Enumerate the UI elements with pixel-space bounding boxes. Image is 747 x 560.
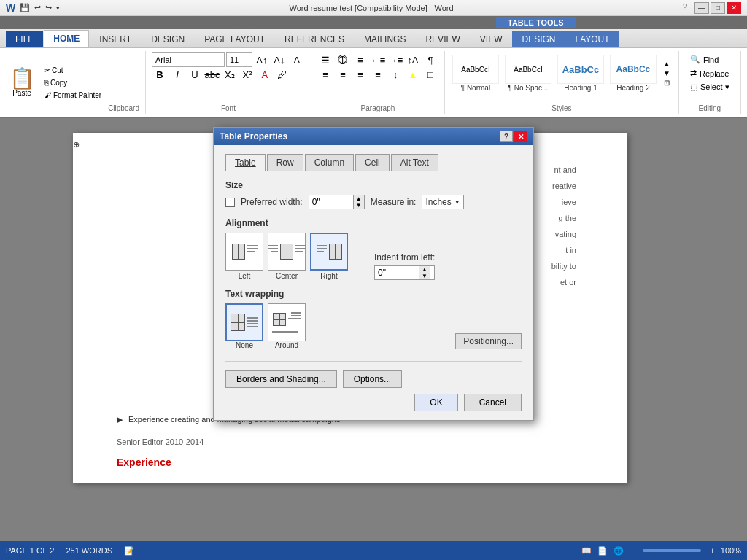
preferred-width-down[interactable]: ▼: [354, 202, 364, 209]
wrap-none-button[interactable]: [225, 303, 263, 341]
strikethrough-button[interactable]: abc: [204, 67, 220, 82]
print-layout-icon[interactable]: 📄: [597, 546, 608, 556]
paste-button[interactable]: 📋 Paste: [6, 52, 38, 112]
styles-more[interactable]: ⊡: [661, 79, 673, 87]
underline-button[interactable]: U: [187, 67, 203, 82]
tab-table-layout[interactable]: LAYOUT: [565, 31, 619, 47]
superscript-button[interactable]: X²: [239, 67, 255, 82]
copy-button[interactable]: ⎘ Copy: [41, 77, 105, 88]
shading-button[interactable]: ▲: [405, 67, 421, 82]
borders-button[interactable]: □: [422, 67, 438, 82]
grow-font-button[interactable]: A↑: [254, 52, 270, 67]
redo-icon[interactable]: ↪: [45, 3, 52, 12]
multilevel-button[interactable]: ≡: [352, 52, 368, 67]
minimize-button[interactable]: —: [694, 2, 709, 14]
style-normal[interactable]: AaBbCcI ¶ Normal: [451, 52, 500, 94]
close-button[interactable]: ✕: [727, 2, 741, 14]
align-right-button[interactable]: [310, 233, 348, 271]
ok-button[interactable]: OK: [414, 394, 457, 411]
zoom-percent[interactable]: 100%: [721, 546, 741, 555]
dialog-help-button[interactable]: ?: [500, 131, 513, 142]
positioning-button[interactable]: Positioning...: [455, 333, 522, 349]
bullets-button[interactable]: ☰: [317, 52, 333, 67]
clear-format-button[interactable]: A: [289, 52, 305, 67]
font-size-input[interactable]: [226, 52, 252, 67]
options-button[interactable]: Options...: [343, 370, 402, 388]
read-mode-icon[interactable]: 📖: [581, 546, 592, 556]
undo-icon[interactable]: ↩: [34, 3, 41, 12]
align-right-button[interactable]: ≡: [352, 67, 368, 82]
styles-scroll-up[interactable]: ▲: [661, 60, 673, 68]
styles-scroll[interactable]: ▲ ▼ ⊡: [661, 60, 673, 87]
tab-review[interactable]: REVIEW: [416, 31, 469, 47]
zoom-slider[interactable]: [643, 549, 701, 552]
proofing-icon[interactable]: 📝: [124, 546, 134, 556]
decrease-indent-button[interactable]: ←≡: [370, 52, 386, 67]
find-button[interactable]: 🔍 Find: [685, 52, 724, 66]
show-hide-button[interactable]: ¶: [422, 52, 438, 67]
increase-indent-button[interactable]: →≡: [387, 52, 403, 67]
dialog-actions: OK Cancel: [225, 394, 522, 411]
tab-column[interactable]: Column: [305, 154, 354, 171]
table-move-handle[interactable]: ⊕: [73, 140, 80, 147]
format-painter-button[interactable]: 🖌 Format Painter: [41, 90, 105, 101]
indent-down[interactable]: ▼: [419, 273, 430, 279]
tab-cell[interactable]: Cell: [355, 154, 390, 171]
style-heading2[interactable]: AaBbCc Heading 2: [608, 52, 658, 94]
align-center-button[interactable]: ≡: [335, 67, 351, 82]
highlight-button[interactable]: 🖊: [274, 67, 290, 82]
styles-scroll-down[interactable]: ▼: [661, 69, 673, 77]
web-layout-icon[interactable]: 🌐: [614, 546, 624, 556]
window-controls: ? — □ ✕: [683, 2, 741, 14]
select-icon: ⬚: [690, 82, 697, 92]
restore-button[interactable]: □: [711, 2, 725, 14]
tab-row[interactable]: Row: [267, 154, 303, 171]
tab-table[interactable]: Table: [225, 154, 266, 171]
cancel-button[interactable]: Cancel: [464, 394, 522, 411]
align-left-button[interactable]: [225, 233, 263, 271]
indent-input[interactable]: [375, 266, 419, 279]
measure-in-select[interactable]: Inches ▼: [422, 195, 463, 209]
tab-page-layout[interactable]: PAGE LAYOUT: [195, 31, 274, 47]
dialog-close-button[interactable]: ✕: [514, 131, 527, 142]
tab-alt-text[interactable]: Alt Text: [391, 154, 438, 171]
indent-up[interactable]: ▲: [419, 266, 430, 273]
preferred-width-up[interactable]: ▲: [354, 195, 364, 202]
preferred-width-input[interactable]: [309, 195, 353, 209]
numbering-button[interactable]: ⓵: [335, 52, 351, 67]
tab-mailings[interactable]: MAILINGS: [355, 31, 415, 47]
wrap-around-button[interactable]: [268, 303, 306, 341]
align-left-button[interactable]: ≡: [317, 67, 333, 82]
bold-button[interactable]: B: [152, 67, 168, 82]
alignment-section: Alignment: [225, 218, 522, 280]
replace-button[interactable]: ⇄ Replace: [685, 66, 734, 80]
preferred-width-spinner: ▲ ▼: [353, 195, 364, 209]
zoom-plus-icon[interactable]: +: [710, 546, 714, 555]
line-spacing-button[interactable]: ↕: [387, 67, 403, 82]
sort-button[interactable]: ↕A: [405, 52, 421, 67]
align-center-button[interactable]: [268, 233, 306, 271]
tab-table-design[interactable]: DESIGN: [512, 31, 565, 47]
style-heading1[interactable]: AaBbCc Heading 1: [556, 52, 605, 94]
italic-button[interactable]: I: [169, 67, 185, 82]
shrink-font-button[interactable]: A↓: [271, 52, 287, 67]
tab-file[interactable]: FILE: [6, 31, 43, 47]
cut-button[interactable]: ✂ Cut: [41, 65, 105, 76]
tab-references[interactable]: REFERENCES: [275, 31, 354, 47]
font-name-input[interactable]: [152, 52, 225, 67]
justify-button[interactable]: ≡: [370, 67, 386, 82]
subscript-button[interactable]: X₂: [222, 67, 238, 82]
tab-insert[interactable]: INSERT: [90, 31, 141, 47]
tab-design[interactable]: DESIGN: [142, 31, 194, 47]
table-properties-dialog[interactable]: Table Properties ? ✕ Table Row Column Ce…: [213, 127, 534, 421]
tab-home[interactable]: HOME: [44, 30, 89, 47]
zoom-minus-icon[interactable]: −: [630, 546, 634, 555]
preferred-width-checkbox[interactable]: [225, 198, 235, 207]
save-icon[interactable]: 💾: [20, 3, 30, 12]
wrap-around-icon: [271, 311, 303, 334]
tab-view[interactable]: VIEW: [471, 31, 512, 47]
borders-shading-button[interactable]: Borders and Shading...: [225, 370, 337, 388]
select-button[interactable]: ⬚ Select ▾: [685, 80, 735, 94]
style-no-spacing[interactable]: AaBbCcI ¶ No Spac...: [503, 52, 553, 94]
text-color-button[interactable]: A: [257, 67, 273, 82]
